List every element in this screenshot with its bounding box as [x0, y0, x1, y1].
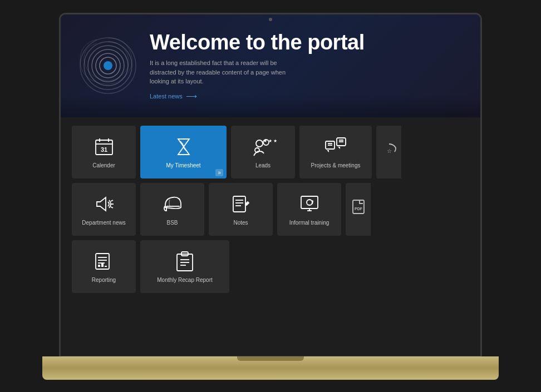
svg-point-37 [307, 200, 312, 205]
tile-row-3: Reporting Mon [72, 240, 469, 293]
clipboard-icon [174, 250, 196, 272]
calendar-icon: 31 [93, 136, 115, 158]
hero-subtitle: It is a long established fact that a rea… [150, 58, 294, 86]
monitor-icon [298, 193, 321, 215]
helmet-icon [161, 193, 184, 215]
tile-calender[interactable]: 31 Calender [72, 126, 136, 178]
tile-monthly-recap[interactable]: Monthly Recap Report [140, 240, 229, 293]
leads-label: Leads [255, 162, 270, 168]
notes-label: Notes [233, 220, 248, 226]
reporting-icon [93, 250, 115, 272]
leads-icon: ★ ★ ★ [252, 136, 274, 158]
svg-rect-34 [301, 196, 318, 209]
reporting-label: Reporting [92, 277, 116, 283]
laptop-base [42, 356, 499, 380]
calender-label: Calender [92, 162, 115, 168]
tile-row-2: Department news BSB [72, 183, 469, 236]
informal-training-label: Informal training [289, 220, 329, 226]
svg-text:31: 31 [100, 146, 107, 153]
tile-bsb[interactable]: BSB [140, 183, 204, 236]
notes-icon [230, 193, 252, 215]
hero-title: Welcome to the portal [150, 31, 464, 54]
svg-rect-46 [105, 266, 107, 267]
projects-icon [324, 136, 347, 158]
svg-text:☆: ☆ [386, 148, 391, 154]
latest-news-link[interactable]: Latest news ⟶ [150, 92, 197, 101]
tile-objectives-partial[interactable]: ☆ [376, 126, 401, 178]
tiles-grid: 31 Calender [61, 117, 480, 306]
dept-news-label: Department news [82, 220, 125, 226]
svg-point-14 [256, 140, 263, 147]
tile-brand-guidelines-partial[interactable]: PDF [346, 183, 371, 236]
hero-section: Welcome to the portal It is a long estab… [61, 14, 480, 117]
svg-line-26 [111, 200, 113, 201]
svg-rect-44 [98, 265, 100, 267]
svg-rect-45 [101, 264, 104, 267]
screen-border: Welcome to the portal It is a long estab… [59, 13, 482, 358]
hero-text-block: Welcome to the portal It is a long estab… [150, 31, 464, 101]
monthly-recap-label: Monthly Recap Report [157, 277, 213, 283]
svg-line-27 [111, 207, 113, 208]
projects-label: Projects & meetings [311, 162, 361, 168]
tile-my-timesheet[interactable]: My Timesheet » [140, 126, 227, 178]
tile-projects-meetings[interactable]: Projects & meetings [299, 126, 372, 178]
tile-row-1: 31 Calender [72, 126, 469, 178]
webcam [269, 18, 272, 21]
svg-text:★ ★ ★: ★ ★ ★ [263, 138, 277, 143]
timesheet-label: My Timesheet [166, 162, 200, 168]
bsb-label: BSB [166, 220, 178, 226]
logo-icon [77, 35, 139, 96]
screen-content: Welcome to the portal It is a long estab… [61, 14, 480, 356]
arrow-icon: ⟶ [186, 92, 197, 101]
tile-notes[interactable]: Notes [209, 183, 273, 236]
megaphone-icon [93, 193, 115, 215]
svg-rect-29 [233, 196, 245, 212]
tile-department-news[interactable]: Department news [72, 183, 136, 236]
active-arrow: » [215, 169, 223, 176]
tile-leads[interactable]: ★ ★ ★ Leads [231, 126, 295, 178]
pdf-icon: PDF [347, 196, 370, 218]
hourglass-icon [173, 136, 195, 158]
tile-informal-training[interactable]: Informal training [277, 183, 341, 236]
objectives-icon: ☆ [378, 138, 400, 161]
svg-point-6 [104, 61, 112, 70]
tile-reporting[interactable]: Reporting [72, 240, 136, 293]
laptop-frame: Welcome to the portal It is a long estab… [42, 13, 499, 380]
svg-text:PDF: PDF [355, 207, 363, 211]
